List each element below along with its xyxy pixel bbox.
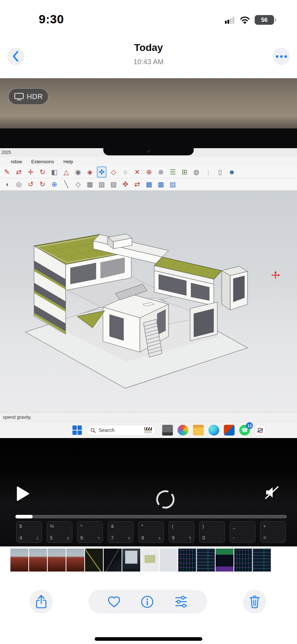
favorite-button[interactable] bbox=[108, 596, 121, 608]
mute-button[interactable] bbox=[265, 486, 279, 501]
keyboard-key: (9٩ bbox=[169, 521, 194, 543]
share-icon bbox=[35, 594, 47, 609]
filmstrip-thumbnail[interactable] bbox=[141, 549, 159, 572]
buffering-spinner bbox=[155, 489, 175, 511]
mail-app-icon bbox=[224, 425, 235, 436]
sketchup-toolbar-row2: ◖◎↺↻⊕╲◇▦▧▨✜⇄▩▦▤ bbox=[0, 178, 297, 191]
filmstrip-thumbnail[interactable] bbox=[122, 549, 140, 572]
windows-start-icon bbox=[72, 426, 82, 435]
sketchup-tool-icon: ⇄ bbox=[132, 179, 142, 189]
filmstrip-thumbnail[interactable] bbox=[10, 549, 28, 572]
video-progress-bar[interactable] bbox=[15, 515, 287, 518]
system-app-icon bbox=[162, 425, 173, 436]
keyboard-key: &7٧ bbox=[108, 521, 133, 543]
sketchup-menu-bar: ndow Extensions Help bbox=[0, 157, 297, 166]
sketchup-tool-icon: ▨ bbox=[109, 179, 118, 189]
notification-badge: 13 bbox=[246, 422, 253, 429]
search-label: Search bbox=[99, 427, 114, 433]
sketchup-tool-icon: ◎ bbox=[14, 179, 24, 189]
sketchup-tool-icon: △ bbox=[61, 167, 71, 177]
keyboard-key: ^6٦ bbox=[77, 521, 103, 543]
sketchup-status-bar: spend gravity. bbox=[0, 412, 297, 422]
battery-icon: 56 bbox=[255, 15, 274, 25]
play-button[interactable] bbox=[16, 486, 30, 503]
filmstrip-thumbnail[interactable] bbox=[66, 549, 84, 572]
windows-taskbar: Search ☎ 13 bbox=[0, 422, 297, 438]
filmstrip-thumbnail[interactable] bbox=[104, 549, 122, 572]
status-icons: 56 bbox=[225, 15, 274, 25]
sketchup-tool-icon: ▦ bbox=[85, 179, 95, 189]
sketchup-tool-icon: ⊞ bbox=[180, 167, 189, 177]
page-title: Today bbox=[0, 42, 297, 53]
keyboard-key: $4٤ bbox=[16, 521, 42, 543]
filmstrip-thumbnail[interactable] bbox=[160, 549, 178, 572]
sketchup-tool-icon: ◉ bbox=[73, 167, 83, 177]
laptop-webcam-notch bbox=[103, 148, 194, 155]
whatsapp-icon: ☎ 13 bbox=[239, 425, 250, 436]
info-button[interactable] bbox=[141, 595, 154, 608]
sketchup-title-fragment: 2025 bbox=[1, 150, 11, 155]
menu-item-extensions: Extensions bbox=[31, 159, 54, 164]
sketchup-tool-icon: ◈ bbox=[85, 167, 95, 177]
laptop-keyboard: $4٤%5٥^6٦&7٧*8٨(9٩)0٠_-+= bbox=[16, 521, 286, 543]
sketchup-tool-icon: ◇ bbox=[73, 179, 83, 189]
sketchup-status-text: spend gravity. bbox=[3, 414, 32, 420]
delete-button[interactable] bbox=[243, 590, 267, 614]
sketchup-tool-icon: ⊕ bbox=[50, 179, 59, 189]
keyboard-key: += bbox=[260, 521, 286, 543]
filmstrip-thumbnail[interactable] bbox=[29, 549, 47, 572]
menu-item-window: ndow bbox=[11, 159, 22, 164]
display-icon bbox=[14, 92, 24, 101]
search-highlight-icon bbox=[144, 427, 152, 433]
sketchup-tool-icon: ☻ bbox=[227, 167, 237, 177]
sketchup-tool-icon: ○ bbox=[121, 167, 130, 177]
more-options-button[interactable] bbox=[273, 48, 290, 65]
sketchup-tool-icon: ✜ bbox=[121, 179, 130, 189]
share-button[interactable] bbox=[29, 590, 53, 614]
hdr-badge: HDR bbox=[8, 88, 48, 105]
sketchup-tool-icon: ◧ bbox=[50, 167, 59, 177]
menu-item-help: Help bbox=[63, 159, 73, 164]
filmstrip-thumbnail[interactable] bbox=[234, 549, 252, 572]
laptop-top-bezel bbox=[0, 128, 297, 148]
hdr-label: HDR bbox=[27, 93, 43, 101]
ios-status-bar: 9:30 56 bbox=[0, 0, 297, 34]
sketchup-viewport bbox=[0, 191, 297, 412]
sketchup-tool-icon: ⊕ bbox=[144, 167, 154, 177]
filmstrip-thumbnail[interactable] bbox=[253, 549, 271, 572]
adjust-button[interactable] bbox=[174, 595, 188, 608]
sketchup-tool-icon: ◍ bbox=[192, 167, 201, 177]
laptop-screen: 2025 ndow Extensions Help ✎⇄✛↻◧△◉◈✜◇○✕⊕⊗… bbox=[0, 148, 297, 438]
filmstrip-thumbnail[interactable] bbox=[85, 549, 103, 572]
photos-nav-bar: Today 10:43 AM bbox=[0, 34, 297, 78]
sketchup-tool-icon: ↺ bbox=[26, 179, 36, 189]
photos-app-icon bbox=[178, 425, 188, 436]
page-subtitle: 10:43 AM bbox=[0, 58, 297, 66]
video-progress-fill bbox=[15, 515, 33, 518]
keyboard-key: *8٨ bbox=[138, 521, 164, 543]
speaker-muted-icon bbox=[265, 486, 279, 499]
sketchup-app-icon bbox=[255, 425, 265, 436]
sketchup-tool-icon: ▩ bbox=[144, 179, 154, 189]
laptop-deck: $4٤%5٥^6٦&7٧*8٨(9٩)0٠_-+= bbox=[0, 438, 297, 546]
file-explorer-icon bbox=[193, 425, 204, 436]
sketchup-tool-icon: ▧ bbox=[97, 179, 107, 189]
filmstrip-thumbnail[interactable] bbox=[216, 549, 234, 572]
sketchup-axes-icon bbox=[270, 270, 280, 280]
filmstrip-thumbnail[interactable] bbox=[48, 549, 66, 572]
sketchup-toolbar-row1: ✎⇄✛↻◧△◉◈✜◇○✕⊕⊗☰⊞◍|▯☻ bbox=[0, 166, 297, 178]
sketchup-tool-icon: ✎ bbox=[2, 167, 12, 177]
sketchup-tool-icon: ◖ bbox=[2, 179, 12, 189]
keyboard-key: )0٠ bbox=[199, 521, 225, 543]
sketchup-tool-icon: ▯ bbox=[215, 167, 225, 177]
filmstrip-thumbnail[interactable] bbox=[178, 549, 196, 572]
sketchup-tool-icon: ↻ bbox=[38, 179, 47, 189]
edge-browser-icon bbox=[208, 425, 219, 436]
ellipsis-icon bbox=[276, 55, 287, 58]
filmstrip-thumbnail[interactable] bbox=[197, 549, 215, 572]
home-indicator[interactable] bbox=[95, 637, 202, 641]
sketchup-tool-icon: ◇ bbox=[109, 167, 118, 177]
video-player[interactable]: 2025 ndow Extensions Help ✎⇄✛↻◧△◉◈✜◇○✕⊕⊗… bbox=[0, 78, 297, 546]
sketchup-tool-icon: ✜ bbox=[97, 166, 107, 178]
play-icon bbox=[16, 486, 30, 502]
